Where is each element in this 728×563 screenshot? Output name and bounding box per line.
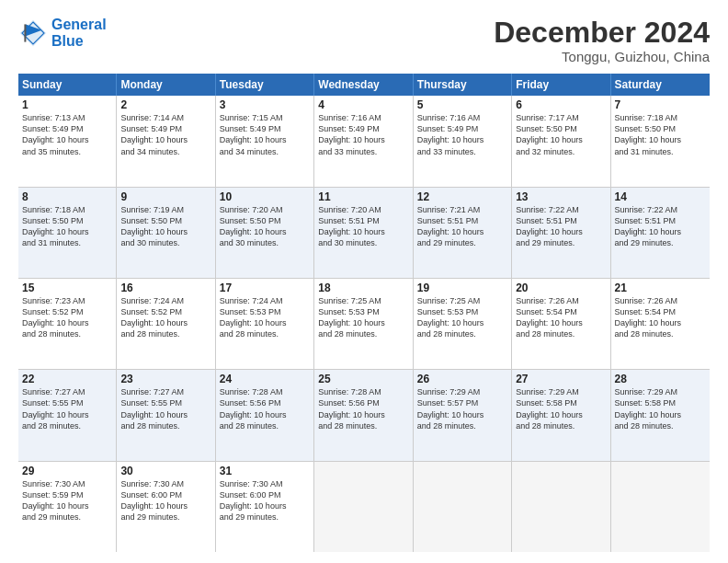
day-info: Sunrise: 7:24 AM Sunset: 5:52 PM Dayligh… (120, 295, 210, 340)
day-number: 16 (120, 282, 210, 294)
day-30: 30Sunrise: 7:30 AM Sunset: 6:00 PM Dayli… (117, 462, 215, 552)
day-number: 15 (22, 282, 112, 294)
day-info: Sunrise: 7:20 AM Sunset: 5:50 PM Dayligh… (220, 204, 310, 249)
day-info: Sunrise: 7:29 AM Sunset: 5:58 PM Dayligh… (516, 386, 606, 431)
day-24: 24Sunrise: 7:28 AM Sunset: 5:56 PM Dayli… (216, 370, 314, 460)
day-number: 22 (22, 373, 112, 385)
day-info: Sunrise: 7:27 AM Sunset: 5:55 PM Dayligh… (22, 386, 112, 431)
day-number: 5 (417, 98, 507, 111)
day-number: 24 (220, 373, 310, 385)
header-day-monday: Monday (117, 74, 215, 96)
day-number: 18 (318, 282, 408, 294)
day-number: 14 (615, 190, 706, 203)
day-info: Sunrise: 7:24 AM Sunset: 5:53 PM Dayligh… (220, 295, 310, 340)
logo-line2: Blue (51, 33, 107, 50)
day-9: 9Sunrise: 7:19 AM Sunset: 5:50 PM Daylig… (117, 188, 215, 278)
title-block: December 2024 Tonggu, Guizhou, China (494, 17, 710, 64)
day-number: 13 (516, 190, 606, 203)
day-18: 18Sunrise: 7:25 AM Sunset: 5:53 PM Dayli… (314, 279, 413, 369)
day-number: 20 (516, 282, 606, 294)
day-number: 25 (318, 373, 408, 385)
day-2: 2Sunrise: 7:14 AM Sunset: 5:49 PM Daylig… (117, 96, 215, 186)
day-number: 7 (615, 98, 706, 111)
day-number: 27 (516, 373, 606, 385)
calendar-row-2: 8Sunrise: 7:18 AM Sunset: 5:50 PM Daylig… (18, 188, 710, 279)
day-25: 25Sunrise: 7:28 AM Sunset: 5:56 PM Dayli… (314, 370, 413, 460)
day-14: 14Sunrise: 7:22 AM Sunset: 5:51 PM Dayli… (611, 188, 710, 278)
header-day-friday: Friday (512, 74, 610, 96)
day-number: 9 (120, 190, 210, 203)
empty-cell (512, 462, 610, 552)
day-number: 29 (22, 465, 112, 477)
day-10: 10Sunrise: 7:20 AM Sunset: 5:50 PM Dayli… (216, 188, 314, 278)
day-info: Sunrise: 7:15 AM Sunset: 5:49 PM Dayligh… (220, 112, 310, 157)
day-info: Sunrise: 7:30 AM Sunset: 5:59 PM Dayligh… (22, 478, 112, 523)
day-info: Sunrise: 7:20 AM Sunset: 5:51 PM Dayligh… (318, 204, 408, 249)
day-number: 21 (615, 282, 706, 294)
day-number: 1 (22, 98, 112, 111)
day-info: Sunrise: 7:23 AM Sunset: 5:52 PM Dayligh… (22, 295, 112, 340)
day-info: Sunrise: 7:26 AM Sunset: 5:54 PM Dayligh… (615, 295, 706, 340)
day-1: 1Sunrise: 7:13 AM Sunset: 5:49 PM Daylig… (18, 96, 117, 186)
calendar-row-3: 15Sunrise: 7:23 AM Sunset: 5:52 PM Dayli… (18, 279, 710, 370)
day-31: 31Sunrise: 7:30 AM Sunset: 6:00 PM Dayli… (216, 462, 314, 552)
day-number: 11 (318, 190, 408, 203)
header-day-wednesday: Wednesday (314, 74, 413, 96)
calendar: SundayMondayTuesdayWednesdayThursdayFrid… (18, 74, 710, 552)
day-7: 7Sunrise: 7:18 AM Sunset: 5:50 PM Daylig… (611, 96, 710, 186)
day-number: 26 (417, 373, 507, 385)
day-info: Sunrise: 7:30 AM Sunset: 6:00 PM Dayligh… (220, 478, 310, 523)
day-info: Sunrise: 7:29 AM Sunset: 5:58 PM Dayligh… (615, 386, 706, 431)
empty-cell (314, 462, 413, 552)
day-info: Sunrise: 7:16 AM Sunset: 5:49 PM Dayligh… (318, 112, 408, 157)
day-info: Sunrise: 7:28 AM Sunset: 5:56 PM Dayligh… (220, 386, 310, 431)
day-29: 29Sunrise: 7:30 AM Sunset: 5:59 PM Dayli… (18, 462, 117, 552)
calendar-row-1: 1Sunrise: 7:13 AM Sunset: 5:49 PM Daylig… (18, 96, 710, 187)
day-15: 15Sunrise: 7:23 AM Sunset: 5:52 PM Dayli… (18, 279, 117, 369)
day-16: 16Sunrise: 7:24 AM Sunset: 5:52 PM Dayli… (117, 279, 215, 369)
calendar-row-5: 29Sunrise: 7:30 AM Sunset: 5:59 PM Dayli… (18, 462, 710, 552)
page-subtitle: Tonggu, Guizhou, China (494, 49, 710, 64)
day-info: Sunrise: 7:17 AM Sunset: 5:50 PM Dayligh… (516, 112, 606, 157)
day-info: Sunrise: 7:30 AM Sunset: 6:00 PM Dayligh… (120, 478, 210, 523)
day-5: 5Sunrise: 7:16 AM Sunset: 5:49 PM Daylig… (414, 96, 512, 186)
day-info: Sunrise: 7:14 AM Sunset: 5:49 PM Dayligh… (120, 112, 210, 157)
header-day-tuesday: Tuesday (216, 74, 314, 96)
day-number: 6 (516, 98, 606, 111)
day-19: 19Sunrise: 7:25 AM Sunset: 5:53 PM Dayli… (414, 279, 512, 369)
empty-cell (611, 462, 710, 552)
day-number: 2 (120, 98, 210, 111)
day-13: 13Sunrise: 7:22 AM Sunset: 5:51 PM Dayli… (512, 188, 610, 278)
day-number: 30 (120, 465, 210, 477)
day-info: Sunrise: 7:19 AM Sunset: 5:50 PM Dayligh… (120, 204, 210, 249)
day-info: Sunrise: 7:28 AM Sunset: 5:56 PM Dayligh… (318, 386, 408, 431)
day-17: 17Sunrise: 7:24 AM Sunset: 5:53 PM Dayli… (216, 279, 314, 369)
day-number: 17 (220, 282, 310, 294)
day-4: 4Sunrise: 7:16 AM Sunset: 5:49 PM Daylig… (314, 96, 413, 186)
day-8: 8Sunrise: 7:18 AM Sunset: 5:50 PM Daylig… (18, 188, 117, 278)
day-number: 4 (318, 98, 408, 111)
day-number: 3 (220, 98, 310, 111)
day-number: 10 (220, 190, 310, 203)
calendar-row-4: 22Sunrise: 7:27 AM Sunset: 5:55 PM Dayli… (18, 370, 710, 461)
day-6: 6Sunrise: 7:17 AM Sunset: 5:50 PM Daylig… (512, 96, 610, 186)
logo: General Blue (18, 17, 107, 49)
day-info: Sunrise: 7:18 AM Sunset: 5:50 PM Dayligh… (22, 204, 112, 249)
day-number: 28 (615, 373, 706, 385)
logo-line1: General (51, 17, 107, 33)
header-day-saturday: Saturday (611, 74, 710, 96)
day-info: Sunrise: 7:25 AM Sunset: 5:53 PM Dayligh… (417, 295, 507, 340)
day-27: 27Sunrise: 7:29 AM Sunset: 5:58 PM Dayli… (512, 370, 610, 460)
day-3: 3Sunrise: 7:15 AM Sunset: 5:49 PM Daylig… (216, 96, 314, 186)
svg-rect-3 (24, 24, 26, 41)
day-28: 28Sunrise: 7:29 AM Sunset: 5:58 PM Dayli… (611, 370, 710, 460)
logo-icon (18, 18, 48, 48)
empty-cell (414, 462, 512, 552)
day-info: Sunrise: 7:13 AM Sunset: 5:49 PM Dayligh… (22, 112, 112, 157)
day-20: 20Sunrise: 7:26 AM Sunset: 5:54 PM Dayli… (512, 279, 610, 369)
day-info: Sunrise: 7:21 AM Sunset: 5:51 PM Dayligh… (417, 204, 507, 249)
header-day-sunday: Sunday (18, 74, 117, 96)
day-12: 12Sunrise: 7:21 AM Sunset: 5:51 PM Dayli… (414, 188, 512, 278)
day-info: Sunrise: 7:22 AM Sunset: 5:51 PM Dayligh… (615, 204, 706, 249)
day-number: 19 (417, 282, 507, 294)
